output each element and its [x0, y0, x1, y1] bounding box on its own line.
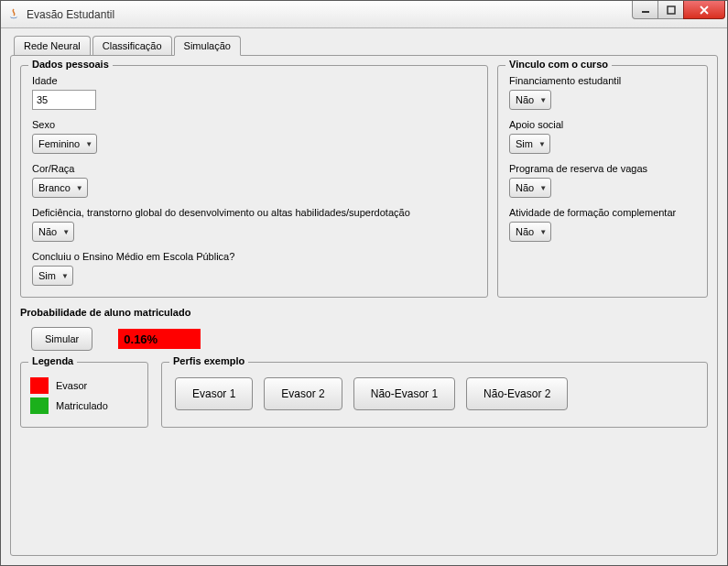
- label-apoio-social: Apoio social: [509, 119, 696, 130]
- group-legenda: Legenda Evasor Matriculado: [20, 362, 148, 428]
- tab-label: Simulação: [184, 40, 231, 51]
- legend-item-matriculado: Matriculado: [30, 397, 138, 414]
- select-ensino-medio[interactable]: Sim ▼: [32, 266, 73, 286]
- button-label: Não-Evasor 1: [371, 387, 438, 400]
- tab-label: Classificação: [103, 40, 162, 51]
- window-title: Evasão Estudantil: [27, 8, 633, 21]
- field-deficiencia: Deficiência, transtorno global do desenv…: [32, 207, 476, 242]
- select-apoio-social[interactable]: Sim ▼: [509, 134, 550, 154]
- chevron-down-icon: ▼: [539, 228, 547, 236]
- button-label: Evasor 2: [281, 387, 324, 400]
- label-atividade-complementar: Atividade de formação complementar: [509, 207, 696, 218]
- chevron-down-icon: ▼: [539, 96, 547, 104]
- tab-panel-simulacao: Dados pessoais Idade Sexo Feminino ▼ Co: [10, 55, 718, 556]
- field-ensino-medio: Concluiu o Ensino Médio em Escola Públic…: [32, 251, 476, 286]
- close-button[interactable]: [683, 1, 725, 19]
- probability-badge: 0.16%: [118, 329, 201, 349]
- content-area: Rede Neural Classificação Simulação Dado…: [1, 28, 727, 565]
- select-reserva-vagas[interactable]: Não ▼: [509, 178, 551, 198]
- legend-label: Evasor: [56, 380, 87, 391]
- svg-rect-1: [668, 6, 675, 14]
- profile-nao-evasor-2-button[interactable]: Não-Evasor 2: [466, 377, 568, 410]
- select-value: Não: [516, 226, 534, 237]
- maximize-button[interactable]: [657, 1, 684, 19]
- legend-item-evasor: Evasor: [30, 377, 138, 394]
- chevron-down-icon: ▼: [76, 184, 83, 192]
- field-financiamento: Financiamento estudantil Não ▼: [509, 75, 696, 110]
- app-window: Evasão Estudantil Rede Neural Classifica…: [0, 0, 728, 566]
- group-perfis: Perfis exemplo Evasor 1 Evasor 2 Não-Eva…: [161, 362, 708, 428]
- group-vinculo: Vinculo com o curso Financiamento estuda…: [497, 65, 708, 298]
- label-ensino-medio: Concluiu o Ensino Médio em Escola Públic…: [32, 251, 476, 262]
- label-sexo: Sexo: [32, 119, 476, 130]
- profile-evasor-1-button[interactable]: Evasor 1: [175, 377, 253, 410]
- button-label: Não-Evasor 2: [484, 387, 550, 400]
- select-value: Não: [516, 94, 534, 105]
- profile-buttons-row: Evasor 1 Evasor 2 Não-Evasor 1 Não-Evaso…: [175, 377, 694, 410]
- window-controls: [633, 1, 725, 19]
- field-cor-raca: Cor/Raça Branco ▼: [32, 163, 476, 198]
- button-label: Evasor 1: [192, 387, 235, 400]
- profile-nao-evasor-1-button[interactable]: Não-Evasor 1: [353, 377, 455, 410]
- select-financiamento[interactable]: Não ▼: [509, 90, 551, 110]
- tab-classificacao[interactable]: Classificação: [92, 36, 172, 56]
- simulate-button[interactable]: Simular: [31, 327, 92, 351]
- chevron-down-icon: ▼: [61, 272, 69, 280]
- field-reserva-vagas: Programa de reserva de vagas Não ▼: [509, 163, 696, 198]
- swatch-red: [30, 377, 49, 394]
- select-value: Branco: [38, 182, 71, 193]
- field-idade: Idade: [32, 75, 476, 110]
- select-value: Feminino: [38, 138, 80, 149]
- select-atividade-complementar[interactable]: Não ▼: [509, 222, 551, 242]
- titlebar: Evasão Estudantil: [1, 1, 727, 28]
- profile-evasor-2-button[interactable]: Evasor 2: [264, 377, 342, 410]
- legend-label: Matriculado: [56, 400, 108, 411]
- tab-rede-neural[interactable]: Rede Neural: [14, 36, 91, 56]
- chevron-down-icon: ▼: [62, 228, 70, 236]
- chevron-down-icon: ▼: [539, 184, 547, 192]
- java-icon: [6, 7, 21, 22]
- minimize-button[interactable]: [632, 1, 658, 19]
- field-atividade-complementar: Atividade de formação complementar Não ▼: [509, 207, 696, 242]
- label-financiamento: Financiamento estudantil: [509, 75, 696, 86]
- group-title: Legenda: [28, 355, 77, 366]
- select-sexo[interactable]: Feminino ▼: [32, 134, 97, 154]
- label-reserva-vagas: Programa de reserva de vagas: [509, 163, 696, 174]
- label-cor-raca: Cor/Raça: [32, 163, 476, 174]
- tab-label: Rede Neural: [24, 40, 81, 51]
- probability-value: 0.16%: [124, 332, 158, 346]
- select-value: Sim: [516, 138, 533, 149]
- label-idade: Idade: [32, 75, 476, 86]
- button-label: Simular: [45, 333, 79, 344]
- field-sexo: Sexo Feminino ▼: [32, 119, 476, 154]
- group-dados-pessoais: Dados pessoais Idade Sexo Feminino ▼ Co: [20, 65, 488, 298]
- probability-section: Probabilidade de aluno matriculado Simul…: [20, 307, 708, 428]
- svg-rect-0: [642, 11, 649, 13]
- simulate-row: Simular 0.16%: [31, 327, 708, 351]
- tab-bar: Rede Neural Classificação Simulação: [10, 36, 718, 56]
- tab-simulacao[interactable]: Simulação: [174, 36, 241, 56]
- select-value: Não: [516, 182, 534, 193]
- group-title: Dados pessoais: [28, 59, 113, 70]
- group-title: Vinculo com o curso: [505, 59, 612, 70]
- top-row: Dados pessoais Idade Sexo Feminino ▼ Co: [20, 65, 708, 298]
- group-title: Perfis exemplo: [169, 355, 248, 366]
- field-apoio-social: Apoio social Sim ▼: [509, 119, 696, 154]
- chevron-down-icon: ▼: [538, 140, 546, 148]
- probability-title: Probabilidade de aluno matriculado: [20, 307, 708, 318]
- swatch-green: [30, 397, 49, 414]
- chevron-down-icon: ▼: [85, 140, 92, 148]
- input-idade[interactable]: [32, 90, 96, 110]
- select-value: Não: [38, 226, 57, 237]
- select-value: Sim: [38, 270, 56, 281]
- select-cor-raca[interactable]: Branco ▼: [32, 178, 88, 198]
- bottom-row: Legenda Evasor Matriculado Perfis exempl…: [20, 362, 708, 428]
- label-deficiencia: Deficiência, transtorno global do desenv…: [32, 207, 476, 218]
- select-deficiencia[interactable]: Não ▼: [32, 222, 74, 242]
